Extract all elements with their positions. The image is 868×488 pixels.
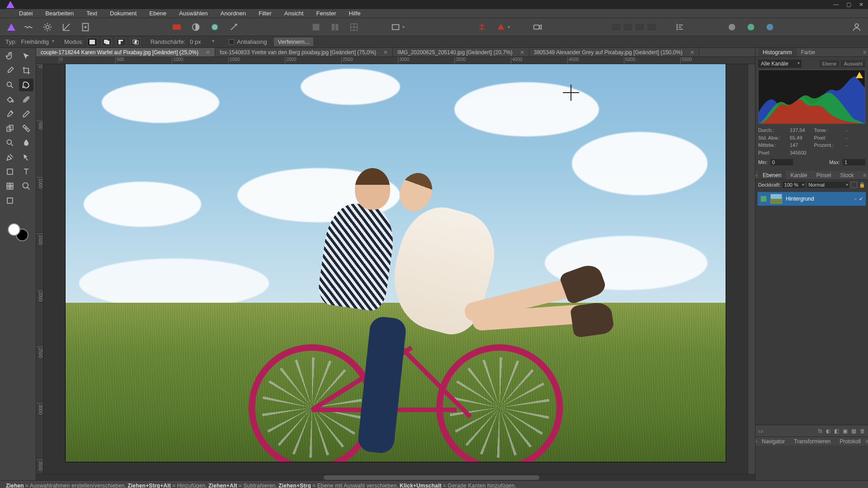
align-left-icon[interactable]: [675, 21, 686, 33]
horizontal-ruler[interactable]: 0 500 1000 1500 2000 2500 3000 3500 4000…: [36, 57, 755, 64]
mode-add-button[interactable]: [102, 38, 112, 46]
persona-liquify-icon[interactable]: [23, 21, 34, 33]
refine-button[interactable]: Verfeinern...: [274, 38, 313, 46]
account-icon[interactable]: [851, 21, 863, 33]
adjust-icon[interactable]: ◐: [826, 428, 830, 434]
persona-export-icon[interactable]: [80, 21, 91, 33]
blend-mode-select[interactable]: Normal: [807, 182, 849, 188]
menu-ebene[interactable]: Ebene: [143, 9, 173, 18]
grid-3-icon[interactable]: [348, 21, 360, 33]
live-filter-icon[interactable]: ◧: [834, 428, 839, 434]
vertical-scrollbar[interactable]: [748, 64, 755, 474]
min-input[interactable]: [770, 159, 793, 165]
document-tab-2[interactable]: fox-1540833 Yvette van den Berg pixabay.…: [215, 48, 393, 56]
mode-new-button[interactable]: [87, 38, 97, 46]
persona-photo-icon[interactable]: [7, 23, 15, 31]
menu-fenster[interactable]: Fenster: [310, 9, 342, 18]
erase-tool-icon[interactable]: [19, 108, 33, 120]
layer-check-icon[interactable]: ✔: [859, 196, 863, 202]
tab-stock[interactable]: Stock: [835, 171, 858, 179]
mode-intersect-button[interactable]: [131, 38, 141, 46]
delete-layer-icon[interactable]: 🗑: [860, 428, 865, 434]
cloud-1-icon[interactable]: [726, 21, 738, 33]
menu-datei[interactable]: Datei: [13, 9, 39, 18]
feather-input[interactable]: 0 px: [188, 38, 215, 46]
tab-close-icon[interactable]: ✕: [520, 49, 524, 56]
window-minimize-button[interactable]: —: [831, 1, 841, 8]
wand-icon[interactable]: [228, 21, 240, 33]
record-icon[interactable]: [532, 21, 543, 33]
swatch-red-icon[interactable]: [171, 21, 183, 33]
tab-transformieren[interactable]: Transformieren: [789, 437, 835, 446]
menu-auswaehlen[interactable]: Auswählen: [173, 9, 214, 18]
zoom-tool-icon[interactable]: [19, 180, 33, 192]
align-guide-icon[interactable]: [476, 21, 488, 33]
histogram-layer-button[interactable]: Ebene: [820, 60, 840, 67]
layer-row[interactable]: Hintergrund ▫✔: [757, 192, 866, 206]
clone-tool-icon[interactable]: [3, 122, 17, 135]
shape-tool-icon[interactable]: [3, 165, 17, 178]
quicklook-icon[interactable]: [390, 21, 401, 33]
layer-lock-icon[interactable]: ▫: [854, 196, 856, 202]
horizontal-scrollbar[interactable]: [36, 474, 755, 480]
tab-histogramm[interactable]: Histogramm: [758, 48, 797, 56]
tab-protokoll[interactable]: Protokoll: [835, 437, 865, 446]
panel-menu-icon[interactable]: ≡: [865, 438, 868, 445]
menu-ansicht[interactable]: Ansicht: [278, 9, 310, 18]
gradient-tool-icon[interactable]: [19, 93, 33, 106]
document-tab-3[interactable]: IMG_20200625_205140.jpg [Geändert] (20,7…: [393, 48, 529, 56]
freehand-selection-tool-icon[interactable]: [19, 79, 33, 91]
antialias-checkbox[interactable]: [229, 39, 234, 45]
panel-menu-icon[interactable]: ≡: [863, 172, 866, 178]
color-wheel-icon[interactable]: [209, 21, 221, 33]
typ-select[interactable]: Freihändig: [19, 38, 55, 46]
tab-farbe[interactable]: Farbe: [797, 48, 820, 56]
snap-shape-icon[interactable]: [495, 21, 507, 33]
fx-icon[interactable]: fx: [818, 428, 822, 434]
panel-menu-icon[interactable]: ≡: [863, 49, 866, 56]
tab-pinsel[interactable]: Pinsel: [812, 171, 836, 179]
menu-hilfe[interactable]: Hilfe: [343, 9, 367, 18]
blur-tool-icon[interactable]: [19, 136, 33, 149]
cloud-3-icon[interactable]: [764, 21, 776, 33]
cloud-2-icon[interactable]: [745, 21, 757, 33]
tab-close-icon[interactable]: ✕: [383, 49, 388, 56]
color-picker-tool-icon[interactable]: [3, 64, 17, 77]
opacity-input[interactable]: 100 %: [783, 182, 805, 188]
canvas-viewport[interactable]: [43, 64, 748, 474]
layer-visibility-icon[interactable]: [760, 196, 767, 202]
window-close-button[interactable]: ✕: [856, 1, 866, 8]
extra-tool-icon[interactable]: [3, 194, 17, 207]
scrollbar-thumb[interactable]: [324, 475, 539, 480]
channel-select[interactable]: Alle Kanäle: [758, 60, 802, 68]
persona-tone-icon[interactable]: [61, 21, 72, 33]
flood-fill-tool-icon[interactable]: [3, 93, 17, 106]
tab-ebenen[interactable]: Ebenen: [758, 171, 786, 179]
foreground-color-swatch[interactable]: [8, 223, 20, 236]
dodge-tool-icon[interactable]: [3, 136, 17, 149]
document-tab-4[interactable]: 3805349 Alexander Grey auf Pixabay.jpg […: [529, 48, 699, 56]
layer-gear-icon[interactable]: [851, 182, 857, 188]
menu-anordnen[interactable]: Anordnen: [214, 9, 252, 18]
add-mask-icon[interactable]: ▭: [758, 428, 763, 434]
selection-brush-tool-icon[interactable]: [3, 79, 17, 91]
move-tool-icon[interactable]: [19, 50, 33, 62]
crop-tool-icon[interactable]: [19, 64, 33, 77]
document-canvas[interactable]: [66, 64, 726, 462]
hand-tool-icon[interactable]: [3, 50, 17, 62]
menu-bearbeiten[interactable]: Bearbeiten: [39, 9, 80, 18]
paintbrush-tool-icon[interactable]: [3, 108, 17, 120]
tab-close-icon[interactable]: ✕: [690, 49, 694, 56]
text-tool-icon[interactable]: [19, 165, 33, 178]
grid-2-icon[interactable]: [329, 21, 341, 33]
new-layer-icon[interactable]: ▦: [851, 428, 856, 434]
mesh-tool-icon[interactable]: [3, 180, 17, 192]
node-tool-icon[interactable]: [19, 151, 33, 164]
histogram-selection-button[interactable]: Auswahl: [841, 60, 865, 67]
group-icon[interactable]: ▣: [843, 428, 848, 434]
persona-develop-icon[interactable]: [42, 21, 53, 33]
pen-tool-icon[interactable]: [3, 151, 17, 164]
window-maximize-button[interactable]: ▢: [844, 1, 854, 8]
menu-filter[interactable]: Filter: [252, 9, 278, 18]
vertical-ruler[interactable]: 0 500 1000 1500 2000 2500 3000 3500: [36, 64, 43, 474]
